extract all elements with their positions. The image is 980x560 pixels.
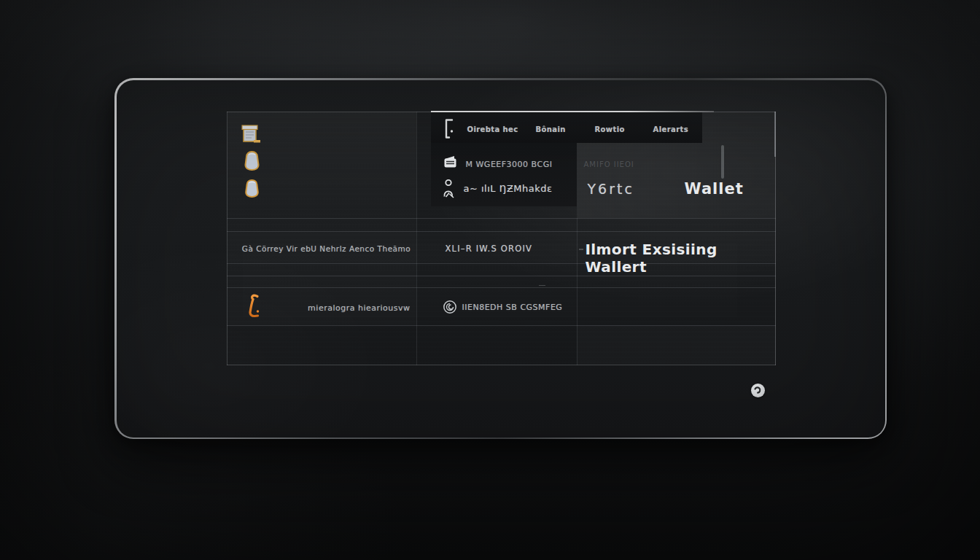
network-row-label[interactable]: Gà Cörrey Vir ebU Nehrlz Aenco Theãmo (237, 244, 416, 253)
tab-item[interactable]: Alerarts (653, 125, 689, 133)
vote-label: Y6rtc (588, 181, 634, 197)
grid-line (227, 325, 776, 326)
network-row-value[interactable]: XLI–R IW.S OROIV (446, 244, 533, 254)
bracket-icon[interactable] (444, 119, 455, 141)
grid-line (227, 276, 776, 276)
wallet-title: Wallet (685, 180, 744, 198)
import-wallet-button[interactable]: Ilmort Exsisiing Wallert (586, 241, 776, 276)
grid-line (227, 218, 776, 219)
tab-item[interactable]: Oirebta hec (467, 125, 518, 133)
background: Oirebta hec Bônain Rowtio Alerarts M WGE… (0, 0, 980, 560)
person-icon[interactable] (443, 179, 456, 202)
meta-row-label[interactable]: mieralogra hieariousvw (300, 303, 411, 313)
person-row-label[interactable]: a~ ılıL ŊƵMhakdɛ (464, 183, 553, 194)
tab-item[interactable]: Bônain (536, 125, 566, 133)
grid-line (577, 218, 578, 365)
tick-mark (579, 249, 583, 250)
tick-mark (539, 285, 545, 287)
grid-line (227, 231, 776, 232)
cell-shade (577, 325, 775, 365)
grid-line (227, 287, 776, 288)
faint-label: AMIFO IIEOI (584, 160, 634, 168)
grid-line (416, 112, 417, 365)
device-screen: Oirebta hec Bônain Rowtio Alerarts M WGE… (117, 80, 885, 438)
account-row-label[interactable]: M WGEEF3000 BCGI (466, 160, 553, 169)
grid-line (227, 365, 776, 365)
shield-icon[interactable] (243, 150, 261, 174)
grid-line (227, 112, 228, 365)
fox-icon[interactable] (246, 293, 262, 323)
grid-line (774, 112, 776, 157)
wallet-icon[interactable] (443, 155, 458, 171)
tab-bar-highlight (431, 111, 714, 112)
help-icon (753, 386, 762, 394)
shield-icon[interactable] (244, 179, 260, 201)
scrollbar-thumb[interactable] (721, 145, 724, 179)
device-frame: Oirebta hec Bônain Rowtio Alerarts M WGE… (114, 78, 887, 439)
scroll-icon[interactable] (241, 123, 262, 148)
spiral-icon[interactable] (443, 300, 457, 317)
help-button[interactable] (751, 384, 765, 397)
tab-item[interactable]: Rowtio (595, 125, 625, 133)
meta-row-value[interactable]: IIEN8EDH SB CGSMFEG (462, 303, 563, 312)
wallet-table: Oirebta hec Bônain Rowtio Alerarts M WGE… (227, 112, 776, 365)
